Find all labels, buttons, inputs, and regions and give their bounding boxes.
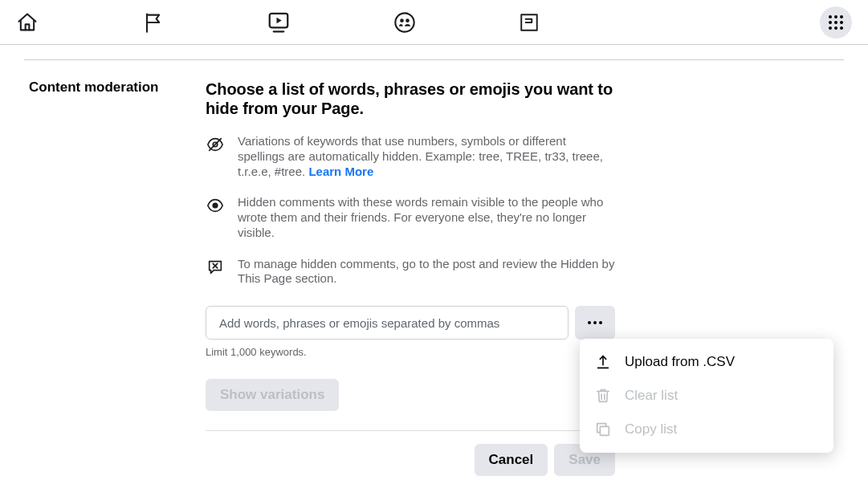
more-options-button[interactable] [575, 306, 615, 340]
nav-flag[interactable] [141, 11, 164, 34]
info-text-1: Variations of keywords that use numbers,… [238, 134, 615, 179]
popover-upload-csv[interactable]: Upload from .CSV [580, 345, 833, 379]
trash-icon [594, 387, 612, 405]
apps-button[interactable] [820, 6, 852, 39]
keyword-input-row [206, 306, 615, 340]
flag-icon [141, 11, 164, 34]
cancel-button[interactable]: Cancel [475, 444, 548, 476]
eye-off-icon [206, 134, 225, 179]
more-icon [588, 321, 602, 324]
popover-copy-list: Copy list [580, 413, 833, 446]
nav-groups[interactable] [393, 11, 416, 34]
nav-ads[interactable] [519, 12, 540, 33]
ad-icon [519, 12, 540, 33]
info-text-3: To manage hidden comments, go to the pos… [238, 257, 615, 287]
popover-copy-label: Copy list [625, 421, 677, 437]
more-options-popover: Upload from .CSV Clear list Copy list [580, 339, 833, 453]
comment-x-icon [206, 257, 225, 287]
section-title: Content moderation [29, 79, 206, 96]
footer-buttons: Cancel Save [206, 444, 615, 476]
upload-icon [594, 353, 612, 371]
video-icon [267, 10, 291, 35]
svg-point-6 [405, 18, 410, 22]
eye-icon [206, 195, 225, 240]
limit-text: Limit 1,000 keywords. [206, 346, 615, 358]
keyword-input[interactable] [206, 306, 568, 340]
top-nav [0, 0, 868, 45]
footer-divider [206, 430, 615, 431]
nav-home[interactable] [16, 11, 39, 34]
svg-point-5 [400, 18, 404, 22]
learn-more-link[interactable]: Learn More [308, 165, 373, 178]
popover-upload-label: Upload from .CSV [625, 354, 735, 370]
svg-rect-15 [600, 426, 609, 435]
nav-video[interactable] [267, 10, 291, 35]
info-manage: To manage hidden comments, go to the pos… [206, 257, 615, 287]
page-heading: Choose a list of words, phrases or emoji… [206, 79, 615, 118]
popover-clear-label: Clear list [625, 388, 678, 404]
info-visibility: Hidden comments with these words remain … [206, 195, 615, 240]
apps-icon [829, 15, 843, 30]
info-variations: Variations of keywords that use numbers,… [206, 134, 615, 179]
popover-clear-list: Clear list [580, 379, 833, 413]
sidebar: Content moderation [29, 79, 206, 476]
show-variations-button[interactable]: Show variations [206, 379, 339, 411]
info-text-2: Hidden comments with these words remain … [238, 195, 615, 240]
copy-icon [594, 421, 612, 438]
group-icon [393, 11, 416, 34]
main-column: Choose a list of words, phrases or emoji… [206, 79, 615, 476]
svg-point-10 [213, 204, 218, 209]
svg-marker-2 [277, 17, 282, 23]
home-icon [16, 11, 39, 34]
svg-point-4 [395, 13, 414, 31]
